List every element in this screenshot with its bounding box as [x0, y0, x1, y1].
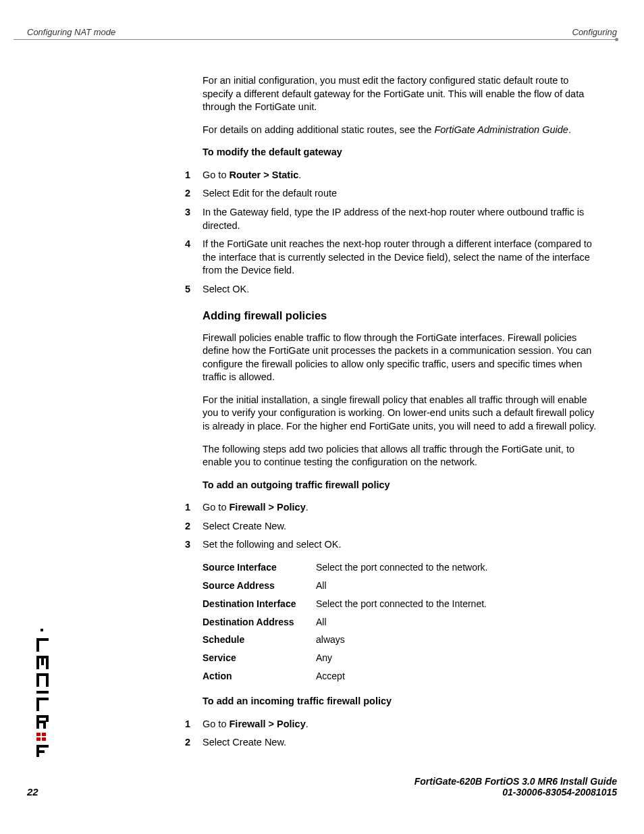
table-row: Source AddressAll	[203, 579, 601, 592]
document-page: Configuring NAT mode Configuring For an …	[0, 0, 644, 834]
outgoing-policy-heading: To add an outgoing traffic firewall poli…	[203, 479, 601, 492]
svg-rect-16	[36, 721, 46, 723]
intro-p1: For an initial configuration, you must e…	[203, 74, 601, 114]
body-content: For an initial configuration, you must e…	[203, 74, 601, 759]
svg-rect-4	[36, 656, 39, 669]
step-item: 4 If the FortiGate unit reaches the next…	[203, 238, 601, 278]
page-footer: 22 FortiGate-620B FortiOS 3.0 MR6 Instal…	[27, 776, 617, 798]
page-header: Configuring NAT mode Configuring	[27, 27, 617, 37]
firewall-p2: For the initial installation, a single f…	[203, 394, 601, 434]
incoming-policy-heading: To add an incoming traffic firewall poli…	[203, 695, 601, 708]
step-item: 2 Select Create New.	[203, 520, 601, 533]
firewall-section-title: Adding firewall policies	[203, 308, 601, 323]
svg-rect-5	[41, 656, 44, 665]
header-right: Configuring	[572, 27, 618, 37]
step-item: 5 Select OK.	[203, 283, 601, 296]
step-item: 1 Go to Firewall > Policy.	[203, 501, 601, 515]
svg-rect-21	[42, 737, 46, 741]
policy-settings-table: Source InterfaceSelect the port connecte…	[203, 561, 601, 683]
doc-info: FortiGate-620B FortiOS 3.0 MR6 Install G…	[414, 776, 617, 798]
page-number: 22	[27, 786, 38, 798]
firewall-p1: Firewall policies enable traffic to flow…	[203, 332, 601, 384]
svg-rect-2	[36, 638, 39, 652]
table-row: Destination InterfaceSelect the port con…	[203, 598, 601, 610]
svg-rect-6	[46, 656, 49, 669]
svg-rect-9	[46, 673, 49, 687]
header-left: Configuring NAT mode	[27, 27, 115, 37]
svg-rect-15	[46, 715, 49, 722]
modify-gateway-steps: 1 Go to Router > Static. 2 Select Edit f…	[203, 169, 601, 296]
svg-rect-17	[43, 723, 46, 729]
header-rule	[14, 39, 617, 40]
outgoing-policy-steps: 1 Go to Firewall > Policy. 2 Select Crea…	[203, 501, 601, 552]
svg-rect-12	[36, 698, 39, 711]
modify-gateway-heading: To modify the default gateway	[203, 146, 601, 159]
incoming-policy-steps: 1 Go to Firewall > Policy. 2 Select Crea…	[203, 718, 601, 750]
svg-rect-10	[36, 691, 49, 694]
step-item: 3 Set the following and select OK.	[203, 538, 601, 552]
fortinet-logo	[34, 629, 53, 760]
table-row: ActionAccept	[203, 670, 601, 683]
table-row: ServiceAny	[203, 652, 601, 664]
svg-rect-0	[41, 629, 43, 631]
step-item: 3 In the Gateway field, type the IP addr…	[203, 206, 601, 232]
firewall-p3: The following steps add two policies tha…	[203, 443, 601, 469]
step-item: 1 Go to Firewall > Policy.	[203, 718, 601, 731]
svg-rect-20	[36, 737, 41, 741]
table-row: Source InterfaceSelect the port connecte…	[203, 561, 601, 574]
step-item: 2 Select Create New.	[203, 736, 601, 750]
intro-p2: For details on adding additional static …	[203, 124, 601, 137]
svg-rect-19	[42, 733, 46, 736]
step-item: 2 Select Edit for the default route	[203, 187, 601, 201]
step-item: 1 Go to Router > Static.	[203, 169, 601, 182]
svg-rect-24	[36, 750, 45, 753]
table-row: Destination AddressAll	[203, 616, 601, 629]
svg-rect-18	[36, 733, 41, 736]
table-row: Schedulealways	[203, 633, 601, 646]
